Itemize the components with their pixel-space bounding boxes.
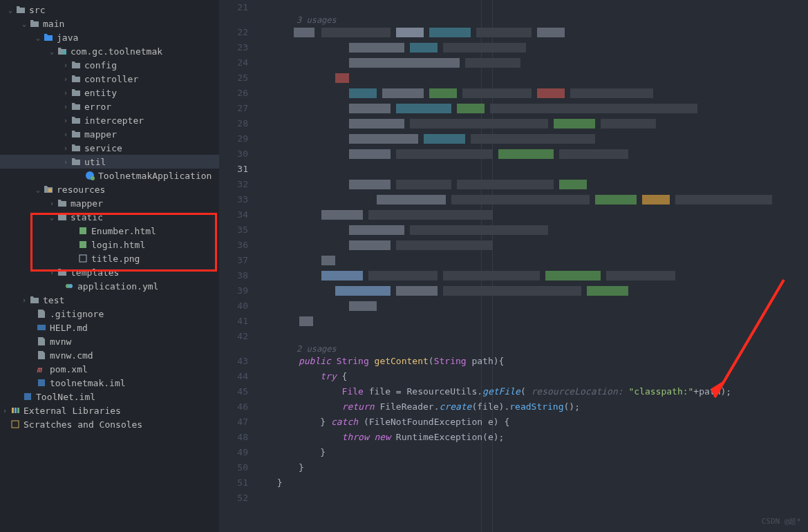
tree-node-service[interactable]: ›service	[0, 141, 219, 155]
tree-node-enumber[interactable]: ›Enumber.html	[0, 224, 219, 238]
tree-node-login[interactable]: ›login.html	[0, 238, 219, 251]
line-number: 45	[219, 384, 248, 399]
tree-node-appyml[interactable]: ›application.yml	[0, 279, 219, 293]
code-line[interactable]: }	[262, 475, 808, 491]
tree-node-helpmd[interactable]: ›HELP.md	[0, 321, 219, 334]
tree-label: ToolnetmakApplication	[98, 171, 212, 181]
tree-node-static[interactable]: ⌄static	[0, 210, 219, 224]
tree-node-java[interactable]: ⌄java	[0, 30, 219, 44]
tree-node-resources[interactable]: ⌄resources	[0, 182, 219, 196]
tree-node-pom[interactable]: ›mpom.xml	[0, 362, 219, 376]
svg-rect-4	[79, 227, 86, 234]
chevron-right-icon: ›	[61, 61, 71, 69]
line-number: 36	[219, 238, 248, 253]
library-icon	[10, 405, 21, 416]
tree-node-main[interactable]: ⌄main	[0, 17, 219, 30]
folder-icon	[71, 156, 82, 167]
code-area[interactable]: 3 usages 2 usages public String get	[262, 0, 808, 532]
tree-node-extlib[interactable]: ›External Libraries	[0, 403, 219, 417]
tree-node-src[interactable]: ⌄src	[0, 3, 219, 17]
svg-rect-3	[48, 189, 52, 192]
tree-label: util	[84, 157, 106, 167]
folder-icon	[57, 198, 68, 209]
tree-node-iml1[interactable]: ›toolnetmak.iml	[0, 376, 219, 390]
tree-node-gitignore[interactable]: ›.gitignore	[0, 307, 219, 321]
scratches-icon	[10, 419, 21, 430]
watermark: CSDN @超*	[762, 516, 801, 526]
tree-node-iml2[interactable]: ›ToolNet.iml	[0, 390, 219, 403]
tree-node-mvnw[interactable]: ›mvnw	[0, 334, 219, 348]
folder-icon	[71, 87, 82, 98]
line-number: 37	[219, 253, 248, 268]
tree-node-mvnwcmd[interactable]: ›mvnw.cmd	[0, 348, 219, 362]
tree-node-package[interactable]: ⌄com.gc.toolnetmak	[0, 44, 219, 58]
tree-node-mapper[interactable]: ›mapper	[0, 127, 219, 141]
folder-icon	[29, 18, 40, 29]
svg-point-0	[62, 50, 66, 55]
tree-label: config	[84, 60, 117, 70]
line-number: 26	[219, 86, 248, 101]
tree-node-test[interactable]: ›test	[0, 293, 219, 307]
svg-rect-6	[79, 255, 86, 262]
tree-node-config[interactable]: ›config	[0, 58, 219, 72]
code-line[interactable]: public String getContent(String path){	[262, 354, 808, 369]
tree-node-controller[interactable]: ›controller	[0, 72, 219, 86]
line-number: 42	[219, 329, 248, 344]
tree-node-app[interactable]: ›ToolnetmakApplication	[0, 169, 219, 182]
code-line[interactable]: File file = ResourceUtils.getFile( resou…	[262, 384, 808, 399]
svg-rect-15	[17, 408, 19, 413]
line-number: 23	[219, 40, 248, 55]
line-number: 33	[219, 192, 248, 207]
code-line[interactable]: } catch (FileNotFoundException e) {	[262, 415, 808, 430]
code-editor[interactable]: 21 22 23 24 25 26 27 28 29 30 31 32 33 3…	[219, 0, 808, 532]
line-number: 32	[219, 177, 248, 192]
svg-rect-13	[12, 408, 14, 413]
line-number: 51	[219, 475, 248, 491]
chevron-right-icon: ›	[61, 144, 71, 152]
iml-file-icon	[36, 377, 47, 388]
blurred-code	[262, 101, 808, 116]
tree-node-res-mapper[interactable]: ›mapper	[0, 196, 219, 210]
chevron-down-icon: ⌄	[47, 48, 57, 55]
tree-label: ToolNet.iml	[36, 392, 95, 402]
blurred-code	[262, 40, 808, 55]
blurred-code	[262, 55, 808, 70]
file-icon	[36, 336, 47, 347]
line-number: 43	[219, 354, 248, 369]
code-line[interactable]: }	[262, 460, 808, 475]
tree-node-templates[interactable]: ›templates	[0, 265, 219, 279]
maven-file-icon: m	[36, 363, 47, 374]
tree-node-intercepter[interactable]: ›intercepter	[0, 113, 219, 127]
svg-rect-16	[12, 421, 19, 428]
chevron-right-icon: ›	[61, 158, 71, 166]
line-number: 38	[219, 268, 248, 283]
folder-icon	[71, 101, 82, 112]
line-number: 48	[219, 430, 248, 445]
tree-node-titlepng[interactable]: ›title.png	[0, 251, 219, 265]
svg-point-2	[91, 176, 95, 180]
code-line[interactable]: }	[262, 445, 808, 460]
chevron-right-icon: ›	[61, 75, 71, 83]
folder-icon	[57, 211, 68, 222]
project-tree[interactable]: ⌄src ⌄main ⌄java ⌄com.gc.toolnetmak ›con…	[0, 0, 219, 532]
line-number: 50	[219, 460, 248, 475]
line-number: 21	[219, 0, 248, 15]
md-file-icon	[36, 322, 47, 333]
tree-label: mapper	[84, 129, 117, 140]
blurred-code	[262, 268, 808, 283]
tree-node-error[interactable]: ›error	[0, 99, 219, 113]
tree-label: static	[71, 212, 103, 222]
tree-label: intercepter	[84, 115, 144, 126]
tree-label: HELP.md	[50, 323, 88, 333]
tree-node-scratches[interactable]: ›Scratches and Consoles	[0, 417, 219, 431]
tree-node-entity[interactable]: ›entity	[0, 86, 219, 99]
tree-label: Scratches and Consoles	[24, 419, 142, 430]
tree-label: test	[43, 295, 64, 305]
chevron-right-icon: ›	[47, 200, 57, 207]
tree-node-util[interactable]: ›util	[0, 155, 219, 169]
chevron-right-icon: ›	[61, 89, 71, 97]
code-line[interactable]: try {	[262, 369, 808, 384]
class-icon	[84, 170, 95, 181]
code-line[interactable]: return FileReader.create(file).readStrin…	[262, 399, 808, 415]
code-line[interactable]: throw new RuntimeException(e);	[262, 430, 808, 445]
